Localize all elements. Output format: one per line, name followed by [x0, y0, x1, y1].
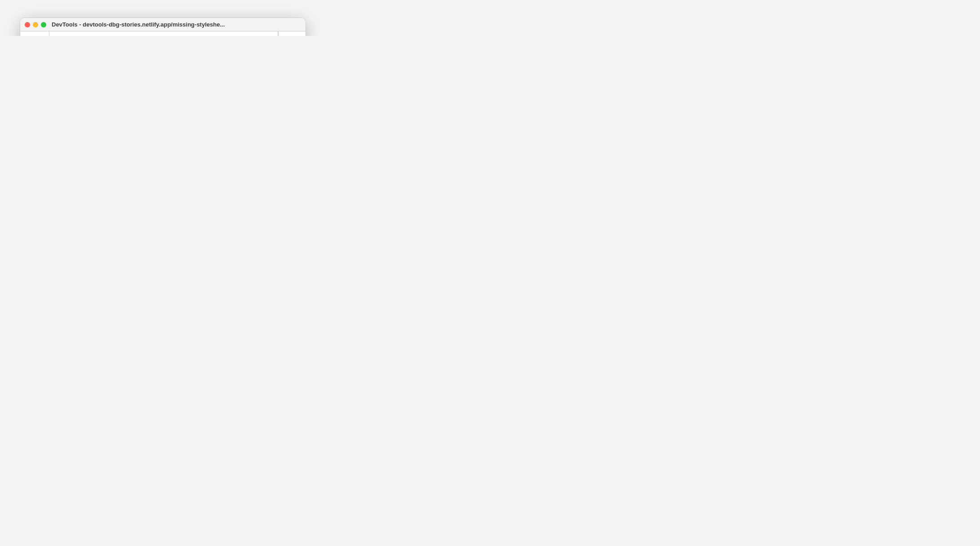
inspect-icon[interactable] — [25, 36, 32, 36]
zoom-window-icon[interactable] — [41, 22, 46, 27]
gear-icon[interactable] — [283, 36, 291, 36]
main-toolbar: Sources » 4 1 1 ⋮ — [20, 31, 306, 36]
devtools-window-before: DevTools - devtools-dbg-stories.netlify.… — [20, 18, 306, 36]
minimize-window-icon[interactable] — [33, 22, 38, 27]
window-title: DevTools - devtools-dbg-stories.netlify.… — [52, 21, 225, 28]
titlebar: DevTools - devtools-dbg-stories.netlify.… — [20, 18, 306, 31]
close-window-icon[interactable] — [25, 22, 30, 27]
device-toolbar-icon[interactable] — [37, 36, 44, 36]
tab-sources[interactable]: Sources — [56, 31, 80, 36]
